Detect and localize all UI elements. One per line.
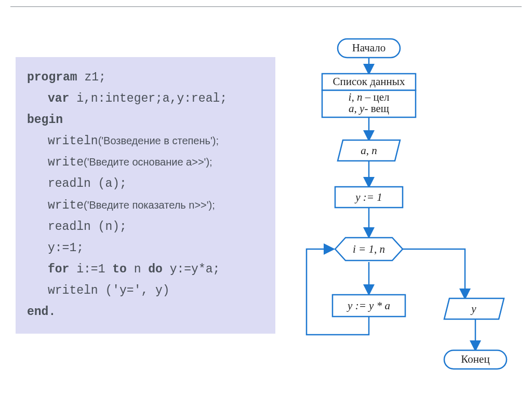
kw-end: end. — [27, 305, 56, 319]
kw-begin: begin — [27, 113, 63, 127]
code-line-12: end. — [27, 301, 264, 322]
kw-to: to — [112, 263, 127, 276]
kw-program: program — [27, 71, 77, 84]
fc-input-label: a, n — [361, 144, 377, 157]
code-line-8: readln (n); — [27, 216, 264, 237]
code-txt: ('Введите показатель n>>'); — [84, 199, 215, 211]
fc-assign2-label: y := y * a — [347, 299, 390, 312]
flowchart: Начало Список данных i, n – цел a, y- ве… — [281, 31, 525, 394]
code-line-11: writeln ('y=', y) — [27, 280, 264, 301]
code-line-6: readln (a); — [27, 173, 264, 194]
code-line-2: var i,n:integer;a,y:real; — [27, 88, 264, 109]
fn-write: write — [48, 156, 84, 169]
code-line-7: write('Введите показатель n>>'); — [27, 195, 264, 216]
kw-do: do — [148, 263, 163, 276]
code-assign: y:=1; — [48, 241, 84, 255]
code-txt: ('Введите основание a>>'); — [84, 156, 212, 168]
top-divider — [10, 6, 522, 7]
code-block: program z1; var i,n:integer;a,y:real; be… — [16, 57, 275, 334]
fc-loop-label: i = 1, n — [353, 243, 385, 255]
code-line-10: for i:=1 to n do y:=y*a; — [27, 258, 264, 280]
fc-datalist-line2: a, y- вещ — [349, 102, 389, 115]
code-line-4: writeln('Возведение в степень'); — [27, 130, 264, 152]
fc-output-label: y — [470, 303, 476, 315]
code-txt: ('Возведение в степень'); — [98, 135, 219, 146]
kw-for: for — [48, 263, 69, 276]
fc-assign1-label: y := 1 — [354, 191, 382, 203]
code-writeln: writeln ('y=', y) — [48, 284, 170, 297]
fc-start-label: Начало — [352, 42, 386, 54]
kw-var: var — [48, 92, 69, 105]
fn-writeln: writeln — [48, 134, 98, 148]
code-readln: readln (a); — [48, 177, 127, 190]
code-line-3: begin — [27, 109, 264, 130]
fc-end-label: Конец — [461, 353, 489, 365]
code-line-5: write('Введите основание a>>'); — [27, 152, 264, 173]
code-rest: i,n:integer;a,y:real; — [69, 92, 227, 105]
fc-datalist-title: Список данных — [333, 75, 405, 88]
code-line-1: program z1; — [27, 66, 264, 88]
fc-datalist-line1: i, n – цел — [349, 91, 390, 103]
code-readln: readln (n); — [48, 220, 127, 234]
code-line-9: y:=1; — [27, 237, 264, 258]
code-rest: z1; — [77, 71, 106, 84]
fn-write: write — [48, 199, 84, 212]
